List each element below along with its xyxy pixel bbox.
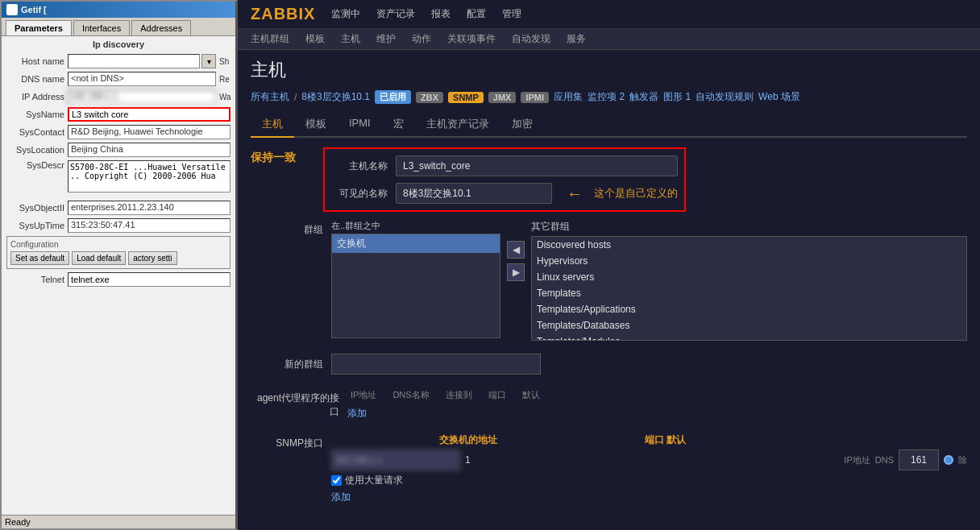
annotation-text: 这个是自己定义的 <box>594 186 678 201</box>
snmp-port-input[interactable] <box>899 449 939 470</box>
config-title: Configuration <box>10 240 226 249</box>
breadcrumb-host-name[interactable]: 8楼3层交换10.1 <box>301 90 370 104</box>
tab-encryption[interactable]: 加密 <box>500 112 544 138</box>
badge-enabled: 已启用 <box>375 90 411 104</box>
agent-col-dns: DNS名称 <box>392 389 429 401</box>
sysname-input[interactable] <box>68 107 230 122</box>
host-name-label: Host name <box>6 56 64 66</box>
host-name-row: Host name ▾ Sh <box>6 54 230 68</box>
breadcrumb-graphs[interactable]: 图形 1 <box>663 90 691 104</box>
breadcrumb-sep1: / <box>294 92 297 103</box>
breadcrumb-web-scenarios[interactable]: Web 场景 <box>758 90 800 104</box>
main-tabs: 主机 模板 IPMI 宏 主机资产记录 加密 <box>251 112 967 138</box>
group-item-0[interactable]: Discovered hosts <box>532 237 966 253</box>
snmp-col-dns-label: DNS <box>875 455 894 465</box>
getif-tab-addresses[interactable]: Addresses <box>131 20 191 35</box>
subnav-hosts[interactable]: 主机 <box>341 32 360 46</box>
group-item-6[interactable]: Templates/Modules <box>532 333 966 341</box>
group-item-1[interactable]: Hypervisors <box>532 253 966 269</box>
nav-assets[interactable]: 资产记录 <box>376 6 415 23</box>
tab-template[interactable]: 模板 <box>294 112 338 138</box>
breadcrumb-discovery-rules[interactable]: 自动发现规则 <box>696 90 754 104</box>
subnav-host-groups[interactable]: 主机群组 <box>251 32 289 46</box>
factory-settings-btn[interactable]: actory setti <box>128 251 176 265</box>
subnav-discovery[interactable]: 自动发现 <box>512 32 550 46</box>
visible-name-input[interactable] <box>396 183 552 204</box>
zabbix-nav: 监测中 资产记录 报表 配置 管理 <box>331 6 521 23</box>
set-default-btn[interactable]: Set as default <box>10 251 69 265</box>
nav-reports[interactable]: 报表 <box>431 6 451 23</box>
snmp-default-radio[interactable] <box>944 455 953 465</box>
re-tab[interactable]: Re <box>219 75 230 84</box>
agent-add-link[interactable]: 添加 <box>347 407 540 420</box>
snmp-bulk-row: 使用大量请求 <box>331 474 967 487</box>
transfer-right-btn[interactable]: ◀ <box>507 241 525 259</box>
badge-jmx: JMX <box>488 92 517 103</box>
subnav-services[interactable]: 服务 <box>567 32 586 46</box>
syslocation-row: SysLocation Beijing China <box>6 143 230 157</box>
agent-col-default: 默认 <box>522 389 540 401</box>
dns-name-value: <not in DNS> <box>68 72 216 86</box>
agent-section: agent代理程序的接口 IP地址 DNS名称 连接到 端口 默认 添加 <box>251 389 967 420</box>
breadcrumb-monitors[interactable]: 监控项 2 <box>588 90 625 104</box>
nav-config[interactable]: 配置 <box>467 6 486 23</box>
badge-zbx: ZBX <box>416 92 443 103</box>
getif-statusbar: Ready <box>2 515 235 528</box>
tab-host[interactable]: 主机 <box>251 112 294 138</box>
host-name-input[interactable] <box>68 54 200 68</box>
sysdescr-label: SysDescr <box>6 160 64 170</box>
host-name-dropdown[interactable]: ▾ <box>201 54 216 68</box>
snmp-col-ip-label: IP地址 <box>844 454 870 466</box>
snmp-ip-input[interactable]: 192.168.1.1 <box>331 449 460 470</box>
tab-macros[interactable]: 宏 <box>382 112 415 138</box>
breadcrumb-triggers[interactable]: 触发器 <box>629 90 658 104</box>
breadcrumb-all-hosts[interactable]: 所有主机 <box>251 90 289 104</box>
group-item-switch[interactable]: 交换机 <box>332 234 500 253</box>
agent-col-port: 端口 <box>488 389 506 401</box>
snmp-inner: 交换机的地址 端口 默认 192.168.1.1 1 IP地址 <box>331 433 967 504</box>
group-item-4[interactable]: Templates/Applications <box>532 301 966 317</box>
groups-listbox-right[interactable]: Discovered hosts Hypervisors Linux serve… <box>531 236 967 341</box>
badge-ipmi: IPMI <box>521 92 549 103</box>
subnav-event-correlation[interactable]: 关联项事件 <box>447 32 496 46</box>
snmp-bulk-checkbox[interactable] <box>331 475 342 486</box>
sysname-row: SysName <box>6 107 230 122</box>
breadcrumb-applications[interactable]: 应用集 <box>554 90 583 104</box>
nav-monitor[interactable]: 监测中 <box>331 6 360 23</box>
getif-tab-interfaces[interactable]: Interfaces <box>73 20 130 35</box>
tab-ipmi[interactable]: IPMI <box>338 112 382 138</box>
snmp-input-row: 192.168.1.1 1 IP地址 DNS 除 <box>331 449 967 470</box>
load-default-btn[interactable]: Load default <box>72 251 126 265</box>
group-item-2[interactable]: Linux servers <box>532 269 966 285</box>
groups-right: 其它群组 Discovered hosts Hypervisors Linux … <box>531 220 967 341</box>
nav-admin[interactable]: 管理 <box>502 6 521 23</box>
wa-tab[interactable]: Wa <box>219 93 230 101</box>
sysdescr-row: SysDescr S5700-28C-EI ...Huawei Versatil… <box>6 160 230 193</box>
new-group-input[interactable] <box>331 354 541 375</box>
snmp-remove-btn[interactable]: 除 <box>958 454 967 466</box>
getif-tab-parameters[interactable]: Parameters <box>6 20 72 35</box>
groups-label: 群组 <box>251 220 323 237</box>
zabbix-header: ZABBIX 监测中 资产记录 报表 配置 管理 <box>238 0 980 29</box>
groups-listbox-left[interactable]: 交换机 <box>331 234 500 338</box>
highlight-box: 主机名称 可见的名称 ← 这个是自己定义的 <box>323 147 686 212</box>
snmp-address-suffix: 1 <box>465 454 471 466</box>
zabbix-content: 主机 所有主机 / 8楼3层交换10.1 已启用 ZBX SNMP JMX IP… <box>238 50 980 530</box>
subnav-templates[interactable]: 模板 <box>305 32 325 46</box>
sh-tab[interactable]: Sh <box>219 57 230 66</box>
subnav-maintenance[interactable]: 维护 <box>376 32 396 46</box>
hostname-input[interactable] <box>396 155 678 176</box>
group-item-5[interactable]: Templates/Databases <box>532 317 966 333</box>
groups-in-label: 在..群组之中 <box>331 220 500 232</box>
subnav-actions[interactable]: 动作 <box>412 32 431 46</box>
telnet-input[interactable] <box>68 272 230 287</box>
sysdescr-value[interactable]: S5700-28C-EI ...Huawei Versatile .. Copy… <box>68 160 230 193</box>
transfer-left-btn[interactable]: ▶ <box>507 263 525 281</box>
snmp-add-link[interactable]: 添加 <box>331 491 351 504</box>
new-group-row: 新的群组 <box>251 354 967 375</box>
getif-tabs: Parameters Interfaces Addresses <box>2 18 235 36</box>
group-item-3[interactable]: Templates <box>532 285 966 301</box>
groups-row: 群组 在..群组之中 交换机 ◀ ▶ 其它群组 <box>251 220 967 341</box>
getif-icon <box>6 4 18 15</box>
tab-host-inventory[interactable]: 主机资产记录 <box>415 112 500 138</box>
